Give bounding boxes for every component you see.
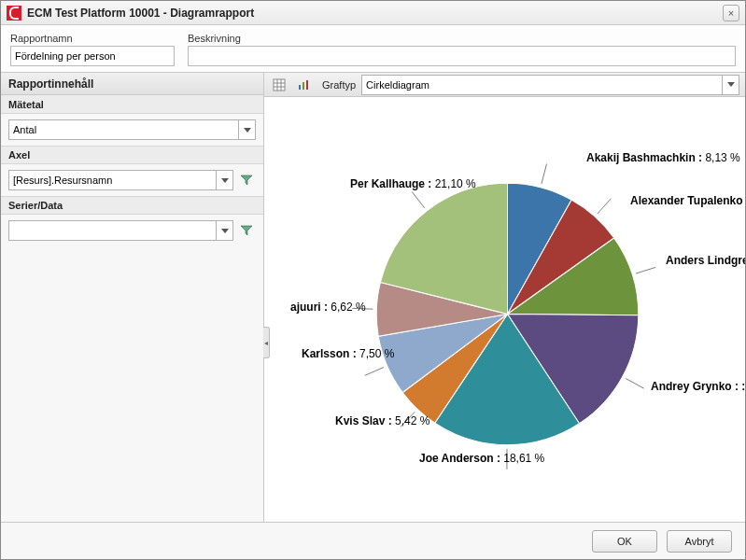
chart-slice-label: Joe Anderson : 18,61 % — [419, 452, 544, 465]
sidebar: Rapportinnehåll Mätetal Antal Axel [Resu… — [1, 73, 264, 522]
description-field: Beskrivning — [188, 33, 736, 66]
report-name-label: Rapportnamn — [10, 33, 175, 44]
chevron-down-icon — [216, 171, 232, 189]
chart-slice-label: Per Kallhauge : 21,10 % — [350, 177, 476, 190]
graftyp-value: Cirkeldiagram — [366, 79, 722, 91]
chart-slice-label: Akakij Bashmachkin : 8,13 % — [586, 151, 740, 164]
svg-rect-6 — [303, 82, 304, 90]
header-fields: Rapportnamn Beskrivning — [1, 25, 745, 72]
svg-line-9 — [598, 199, 612, 214]
graftyp-label: Graftyp — [322, 79, 356, 91]
series-filter-icon[interactable] — [237, 221, 256, 240]
chart-slice-label: Kvis Slav : 5,42 % — [335, 414, 429, 427]
chart-slice-label: Andrey Grynko : : — [651, 380, 745, 393]
chart-slice-label: Karlsson : 7,50 % — [302, 347, 394, 360]
svg-line-11 — [626, 379, 643, 389]
chart-view-icon[interactable] — [294, 76, 313, 94]
dialog-window: ECM Test Platform 10001 - Diagramrapport… — [0, 0, 746, 560]
dialog-footer: OK Avbryt — [1, 522, 745, 559]
chart-slice-label: Alexander Tupalenko : : — [630, 194, 745, 207]
chart-slice-label: ajuuri : 6,62 % — [290, 301, 366, 314]
app-logo-icon — [7, 6, 21, 21]
series-header: Serier/Data — [1, 196, 263, 215]
main-pane: Graftyp Cirkeldiagram Akakij Bashmachkin… — [264, 73, 745, 522]
report-name-field: Rapportnamn — [10, 33, 175, 66]
svg-line-16 — [412, 191, 425, 207]
report-name-input[interactable] — [10, 46, 175, 66]
description-label: Beskrivning — [188, 33, 736, 44]
chart-slice-label: Anders Lindgre : — [666, 254, 745, 267]
axis-value: [Resurs].Resursnamn — [13, 175, 216, 186]
ok-button[interactable]: OK — [592, 530, 657, 553]
svg-rect-0 — [274, 79, 285, 91]
title-bar: ECM Test Platform 10001 - Diagramrapport… — [1, 1, 745, 25]
chart-toolbar: Graftyp Cirkeldiagram — [264, 73, 745, 97]
svg-line-14 — [365, 368, 384, 376]
cancel-button[interactable]: Avbryt — [667, 530, 732, 553]
svg-line-10 — [636, 267, 655, 273]
measure-combo[interactable]: Antal — [8, 119, 256, 140]
report-content-header: Rapportinnehåll — [1, 73, 263, 95]
content-area: Rapportinnehåll Mätetal Antal Axel [Resu… — [1, 72, 745, 522]
chevron-down-icon — [238, 120, 255, 139]
measure-value: Antal — [13, 124, 238, 135]
description-input[interactable] — [188, 46, 736, 66]
series-row — [1, 215, 263, 246]
axis-row: [Resurs].Resursnamn — [1, 164, 263, 196]
graftyp-combo[interactable]: Cirkeldiagram — [361, 75, 739, 95]
svg-rect-5 — [299, 85, 301, 90]
svg-rect-7 — [306, 80, 308, 90]
axis-header: Axel — [1, 146, 263, 164]
series-combo[interactable] — [8, 220, 233, 241]
chart-area: Akakij Bashmachkin : 8,13 %Alexander Tup… — [264, 97, 745, 522]
axis-combo[interactable]: [Resurs].Resursnamn — [8, 170, 233, 190]
close-button[interactable]: × — [723, 5, 739, 21]
window-title: ECM Test Platform 10001 - Diagramrapport — [27, 7, 723, 20]
table-view-icon[interactable] — [270, 76, 289, 94]
chevron-down-icon — [216, 221, 232, 240]
svg-line-8 — [542, 164, 547, 184]
splitter-handle[interactable]: ◂ — [263, 327, 270, 358]
measure-header: Mätetal — [1, 95, 263, 114]
axis-filter-icon[interactable] — [237, 171, 256, 189]
measure-row: Antal — [1, 114, 263, 146]
chevron-down-icon — [722, 76, 739, 94]
